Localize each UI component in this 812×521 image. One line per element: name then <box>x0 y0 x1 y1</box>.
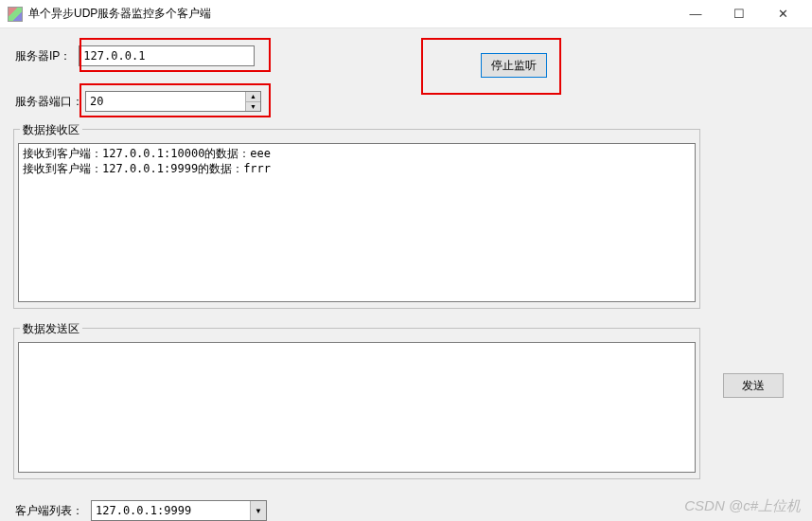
server-port-label: 服务器端口： <box>15 94 83 110</box>
send-textbox[interactable] <box>18 342 696 473</box>
send-group-title: 数据发送区 <box>20 321 82 337</box>
receive-textbox[interactable]: 接收到客户端：127.0.0.1:10000的数据：eee 接收到客户端：127… <box>18 143 696 302</box>
window-title: 单个异步UDP服务器监控多个客户端 <box>28 6 674 22</box>
spin-down-icon[interactable]: ▼ <box>246 102 260 112</box>
send-group: 数据发送区 <box>13 328 700 479</box>
server-port-input[interactable] <box>86 92 245 111</box>
chevron-down-icon[interactable]: ▼ <box>250 501 266 520</box>
close-button[interactable]: ✕ <box>761 0 804 28</box>
watermark: CSDN @c#上位机 <box>684 497 801 515</box>
server-ip-label: 服务器IP： <box>15 48 71 64</box>
titlebar: 单个异步UDP服务器监控多个客户端 — ☐ ✕ <box>0 0 812 28</box>
client-list-combo[interactable]: 127.0.0.1:9999 ▼ <box>91 500 267 521</box>
port-spinner-buttons: ▲ ▼ <box>245 92 260 111</box>
server-ip-row: 服务器IP： <box>15 45 255 66</box>
receive-group-title: 数据接收区 <box>20 122 82 138</box>
stop-listen-button[interactable]: 停止监听 <box>481 53 547 78</box>
client-list-selected: 127.0.0.1:9999 <box>92 504 250 517</box>
app-icon <box>8 7 23 22</box>
receive-group: 数据接收区 接收到客户端：127.0.0.1:10000的数据：eee 接收到客… <box>13 129 700 309</box>
server-port-spinner[interactable]: ▲ ▼ <box>85 91 261 112</box>
server-ip-input[interactable] <box>79 45 255 66</box>
minimize-button[interactable]: — <box>674 0 717 28</box>
spin-up-icon[interactable]: ▲ <box>246 92 260 102</box>
client-area: 服务器IP： 服务器端口： ▲ ▼ 停止监听 数据接收区 接收到客户端：127.… <box>0 28 812 521</box>
window-controls: — ☐ ✕ <box>674 0 804 28</box>
client-list-label: 客户端列表： <box>15 503 83 519</box>
client-list-row: 客户端列表： 127.0.0.1:9999 ▼ <box>15 500 267 521</box>
send-button[interactable]: 发送 <box>723 373 784 398</box>
server-port-row: 服务器端口： ▲ ▼ <box>15 91 261 112</box>
maximize-button[interactable]: ☐ <box>717 0 761 28</box>
